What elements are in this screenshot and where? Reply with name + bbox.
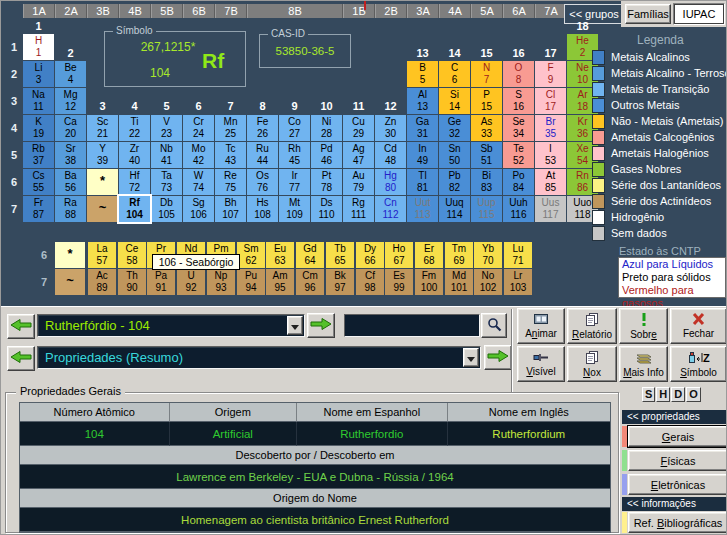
- element-Am[interactable]: Am95: [266, 269, 294, 295]
- f-sicas-button[interactable]: Físicas: [628, 450, 727, 471]
- element-Es[interactable]: Es99: [385, 269, 413, 295]
- familias-button[interactable]: Famílias: [625, 4, 671, 24]
- element-U[interactable]: U92: [177, 269, 205, 295]
- element-Pu[interactable]: Pu94: [237, 269, 265, 295]
- element-Tb[interactable]: Tb65: [326, 242, 354, 268]
- view-prev-button[interactable]: [7, 346, 35, 371]
- element-Be[interactable]: Be4: [55, 61, 86, 87]
- element-Tm[interactable]: Tm69: [445, 242, 473, 268]
- eletr-nicas-button[interactable]: Eletrônicas: [628, 474, 727, 495]
- element-At[interactable]: At85: [535, 169, 566, 195]
- fechar-button[interactable]: Fechar: [670, 308, 727, 344]
- gerais-button[interactable]: Gerais: [628, 426, 727, 447]
- element-Ra[interactable]: Ra88: [55, 196, 86, 222]
- element-Lr[interactable]: Lr103: [504, 269, 532, 295]
- element-Rf[interactable]: Rf104: [119, 196, 150, 222]
- search-button[interactable]: [481, 313, 507, 338]
- element-Dy[interactable]: Dy66: [356, 242, 384, 268]
- lanthanide-series-marker[interactable]: *: [87, 169, 118, 195]
- element-Ac[interactable]: Ac89: [88, 269, 116, 295]
- element-Cs[interactable]: Cs55: [23, 169, 54, 195]
- element-Li[interactable]: Li3: [23, 61, 54, 87]
- element-Ce[interactable]: Ce58: [118, 242, 146, 268]
- element-S[interactable]: S16: [503, 88, 534, 114]
- iupac-button[interactable]: IUPAC: [673, 3, 725, 25]
- element-Nb[interactable]: Nb41: [151, 142, 182, 168]
- element-Sb[interactable]: Sb51: [471, 142, 502, 168]
- element-Cn[interactable]: Cn112: [375, 196, 406, 222]
- element-Ru[interactable]: Ru44: [247, 142, 278, 168]
- element-Ti[interactable]: Ti22: [119, 115, 150, 141]
- element-As[interactable]: As33: [471, 115, 502, 141]
- element-Zr[interactable]: Zr40: [119, 142, 150, 168]
- element-Eu[interactable]: Eu63: [266, 242, 294, 268]
- element-Uup[interactable]: Uup115: [471, 196, 502, 222]
- element-Ho[interactable]: Ho67: [385, 242, 413, 268]
- relat-rio-button[interactable]: Relatório: [567, 308, 617, 344]
- element-Pb[interactable]: Pb82: [439, 169, 470, 195]
- element-Na[interactable]: Na11: [23, 88, 54, 114]
- element-prev-button[interactable]: [7, 314, 35, 339]
- element-Ni[interactable]: Ni28: [311, 115, 342, 141]
- element-Ag[interactable]: Ag47: [343, 142, 374, 168]
- element-Bk[interactable]: Bk97: [326, 269, 354, 295]
- element-Cd[interactable]: Cd48: [375, 142, 406, 168]
- view-next-button[interactable]: [484, 345, 512, 370]
- element-Mn[interactable]: Mn25: [215, 115, 246, 141]
- element-Bi[interactable]: Bi83: [471, 169, 502, 195]
- element-Db[interactable]: Db105: [151, 196, 182, 222]
- element-In[interactable]: In49: [407, 142, 438, 168]
- element-V[interactable]: V23: [151, 115, 182, 141]
- element-Ta[interactable]: Ta73: [151, 169, 182, 195]
- element-Rh[interactable]: Rh45: [279, 142, 310, 168]
- view-combo-dropdown-button[interactable]: [463, 348, 479, 367]
- element-Po[interactable]: Po84: [503, 169, 534, 195]
- element-P[interactable]: P15: [471, 88, 502, 114]
- element-O[interactable]: O8: [503, 61, 534, 87]
- element-I[interactable]: I53: [535, 142, 566, 168]
- element-Y[interactable]: Y39: [87, 142, 118, 168]
- element-Ds[interactable]: Ds110: [311, 196, 342, 222]
- sobre-button[interactable]: Sobre: [619, 308, 668, 344]
- element-K[interactable]: K19: [23, 115, 54, 141]
- element-Ba[interactable]: Ba56: [55, 169, 86, 195]
- element-Mt[interactable]: Mt109: [279, 196, 310, 222]
- element-Uuq[interactable]: Uuq114: [439, 196, 470, 222]
- element-Uut[interactable]: Uut113: [407, 196, 438, 222]
- element-Pd[interactable]: Pd46: [311, 142, 342, 168]
- element-Si[interactable]: Si14: [439, 88, 470, 114]
- element-Cr[interactable]: Cr24: [183, 115, 214, 141]
- element-Co[interactable]: Co27: [279, 115, 310, 141]
- vis-vel-button[interactable]: Visível: [517, 346, 565, 382]
- element-Hf[interactable]: Hf72: [119, 169, 150, 195]
- element-No[interactable]: No102: [474, 269, 502, 295]
- element-Cl[interactable]: Cl17: [535, 88, 566, 114]
- element-Mg[interactable]: Mg12: [55, 88, 86, 114]
- element-Fe[interactable]: Fe26: [247, 115, 278, 141]
- element-Te[interactable]: Te52: [503, 142, 534, 168]
- actinide-series-marker[interactable]: ~: [55, 269, 85, 295]
- nox-button[interactable]: Nox: [567, 346, 617, 382]
- lanthanide-series-marker[interactable]: *: [55, 242, 85, 268]
- element-W[interactable]: W74: [183, 169, 214, 195]
- element-Tc[interactable]: Tc43: [215, 142, 246, 168]
- element-Fr[interactable]: Fr87: [23, 196, 54, 222]
- element-Fm[interactable]: Fm100: [415, 269, 443, 295]
- element-Sc[interactable]: Sc21: [87, 115, 118, 141]
- actinide-series-marker[interactable]: ~: [87, 196, 118, 222]
- element-Ir[interactable]: Ir77: [279, 169, 310, 195]
- element-combo-dropdown-button[interactable]: [287, 316, 303, 335]
- element-Rg[interactable]: Rg111: [343, 196, 374, 222]
- element-Sr[interactable]: Sr38: [55, 142, 86, 168]
- element-Cf[interactable]: Cf98: [356, 269, 384, 295]
- element-Os[interactable]: Os76: [247, 169, 278, 195]
- element-Al[interactable]: Al13: [407, 88, 438, 114]
- element-Yb[interactable]: Yb70: [474, 242, 502, 268]
- element-Tl[interactable]: Tl81: [407, 169, 438, 195]
- element-Cu[interactable]: Cu29: [343, 115, 374, 141]
- element-F[interactable]: F9: [535, 61, 566, 87]
- element-Ge[interactable]: Ge32: [439, 115, 470, 141]
- mais-info-button[interactable]: Mais Info: [619, 346, 668, 382]
- element-Au[interactable]: Au79: [343, 169, 374, 195]
- element-Er[interactable]: Er68: [415, 242, 443, 268]
